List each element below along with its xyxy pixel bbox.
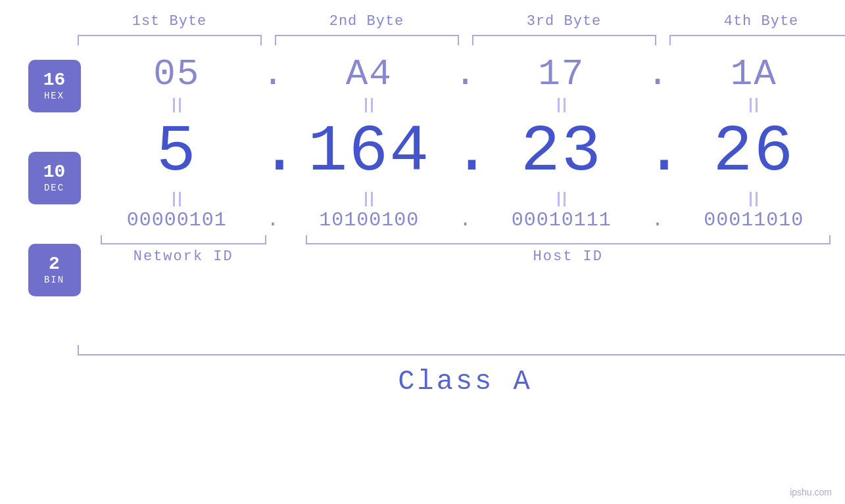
dec-badge: 10 DEC (28, 152, 81, 204)
dbar-row-1 (94, 95, 837, 115)
network-id-label: Network ID (94, 248, 274, 265)
bin-b3: 00010111 (479, 209, 645, 231)
hex-badge: 16 HEX (28, 60, 81, 112)
bracket-top-1 (71, 35, 268, 47)
dbar-5 (94, 192, 260, 206)
hex-b4: 1A (671, 53, 837, 95)
bin-b2: 10100100 (286, 209, 452, 231)
bottom-bracket-container (71, 341, 846, 355)
dec-b4: 26 (671, 115, 837, 189)
bin-dot2: . (452, 210, 479, 230)
dec-dot1: . (260, 120, 286, 185)
dec-b1: 5 (94, 115, 260, 189)
dec-row: 5 . 164 . 23 . 26 (94, 115, 837, 189)
bracket-top-3 (466, 35, 663, 47)
bin-dot3: . (644, 210, 671, 230)
base-badges: 16 HEX 10 DEC 2 BIN (28, 53, 81, 336)
dbar-7 (479, 192, 645, 206)
sub-bracket-network (94, 233, 274, 244)
content-area: 16 HEX 10 DEC 2 BIN 05 . A4 . 17 . 1A (9, 53, 837, 336)
dbar-4 (671, 98, 837, 112)
byte3-label: 3rd Byte (466, 13, 663, 30)
dec-dot3: . (644, 120, 671, 185)
hex-row: 05 . A4 . 17 . 1A (94, 53, 837, 95)
hex-dot1: . (260, 56, 286, 93)
hex-b3: 17 (479, 53, 645, 95)
bin-row: 00000101 . 10100100 . 00010111 . 0001101… (94, 209, 837, 231)
dbar-1 (94, 98, 260, 112)
byte2-label: 2nd Byte (268, 13, 466, 30)
class-label: Class A (71, 366, 846, 398)
byte4-label: 4th Byte (663, 13, 846, 30)
bin-b1: 00000101 (94, 209, 260, 231)
hex-b2: A4 (286, 53, 452, 95)
dbar-8 (671, 192, 837, 206)
dbar-row-2 (94, 189, 837, 209)
byte1-label: 1st Byte (71, 13, 268, 30)
dbar-2 (286, 98, 452, 112)
dbar-6 (286, 192, 452, 206)
bin-dot1: . (260, 210, 286, 230)
bin-badge: 2 BIN (28, 244, 81, 296)
hex-dot3: . (644, 56, 671, 93)
dec-dot2: . (452, 120, 479, 185)
byte-labels-row: 1st Byte 2nd Byte 3rd Byte 4th Byte (71, 13, 846, 30)
bracket-top-4 (663, 35, 846, 47)
values-grid: 05 . A4 . 17 . 1A 5 . (94, 53, 837, 265)
dbar-3 (479, 98, 645, 112)
bracket-top-2 (268, 35, 466, 47)
host-id-label: Host ID (299, 248, 837, 265)
dec-b3: 23 (479, 115, 645, 189)
bin-b4: 00011010 (671, 209, 837, 231)
bottom-bracket (78, 354, 846, 355)
hex-b1: 05 (94, 53, 260, 95)
dec-b2: 164 (286, 115, 452, 189)
sub-bracket-row (94, 233, 837, 244)
id-labels-row: Network ID Host ID (94, 248, 837, 265)
watermark: ipshu.com (790, 487, 832, 497)
sub-bracket-host (299, 233, 837, 244)
bracket-tops-row (71, 35, 846, 47)
hex-dot2: . (452, 56, 479, 93)
main-container: 1st Byte 2nd Byte 3rd Byte 4th Byte 16 H… (0, 0, 845, 504)
